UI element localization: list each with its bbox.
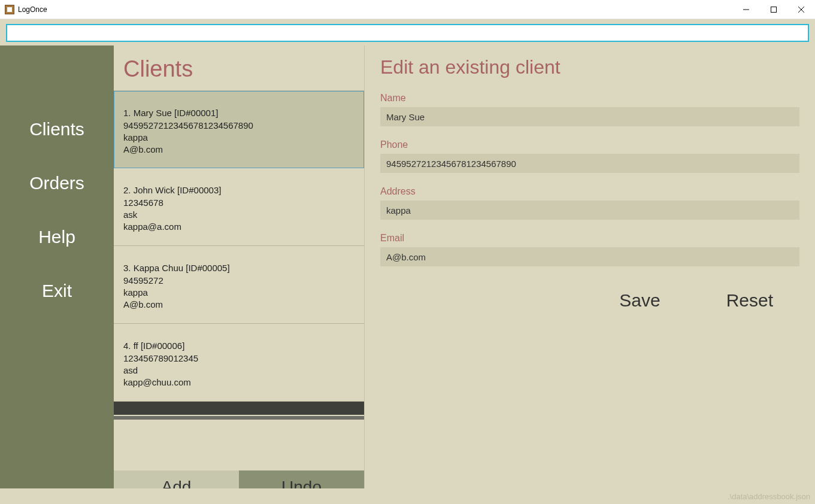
- svg-rect-1: [771, 7, 777, 12]
- client-card[interactable]: 2. John Wick [ID#00003]12345678askkappa@…: [114, 168, 364, 246]
- client-email: kappa@a.com: [123, 221, 355, 232]
- clients-list-container: 1. Mary Sue [ID#00001]945952721234567812…: [114, 90, 364, 470]
- sidebar: Clients Orders Help Exit: [0, 45, 114, 504]
- client-address: asd: [123, 365, 355, 375]
- searchbar-row: [0, 19, 815, 45]
- minimize-button[interactable]: [732, 0, 760, 19]
- client-name-line: 2. John Wick [ID#00003]: [123, 185, 355, 195]
- sidebar-item-help[interactable]: Help: [0, 210, 114, 264]
- client-card[interactable]: 1. Mary Sue [ID#00001]945952721234567812…: [114, 91, 364, 168]
- client-phone: 123456789012345: [123, 353, 355, 363]
- email-label: Email: [380, 233, 799, 244]
- client-phone: 9459527212345678123456789‌0: [123, 120, 355, 130]
- client-name-line: 1. Mary Sue [ID#00001]: [123, 108, 355, 118]
- clients-list-panel: Clients 1. Mary Sue [ID#00001]9459527212…: [114, 45, 364, 504]
- detail-panel: Edit an existing client Name Phone Addre…: [364, 45, 815, 504]
- name-input[interactable]: [380, 107, 799, 126]
- command-input[interactable]: [6, 24, 809, 42]
- client-phone: 94595272: [123, 275, 355, 286]
- client-email: kapp@chuu.com: [123, 377, 355, 387]
- name-label: Name: [380, 93, 799, 104]
- maximize-button[interactable]: [760, 0, 787, 19]
- sidebar-item-exit[interactable]: Exit: [0, 264, 114, 318]
- main-area: Clients Orders Help Exit Clients 1. Mary…: [0, 45, 815, 504]
- address-label: Address: [380, 186, 799, 197]
- maximize-icon: [771, 7, 777, 13]
- client-phone: 12345678: [123, 198, 355, 208]
- address-input[interactable]: [380, 201, 799, 220]
- statusbar-path: .\data\addressbook.json: [728, 492, 810, 501]
- save-button[interactable]: Save: [619, 290, 660, 311]
- clients-list: 1. Mary Sue [ID#00001]945952721234567812…: [114, 91, 364, 402]
- client-name-line: 4. ff [ID#00006]: [123, 341, 355, 351]
- sidebar-item-orders[interactable]: Orders: [0, 156, 114, 210]
- statusbar: .\data\addressbook.json: [0, 488, 815, 504]
- client-email: A@b.com: [123, 144, 355, 154]
- phone-input[interactable]: [380, 154, 799, 173]
- app-icon: [5, 5, 14, 14]
- phone-label: Phone: [380, 139, 799, 150]
- client-name-line: 3. Kappa Chuu [ID#00005]: [123, 263, 355, 273]
- close-button[interactable]: [787, 0, 815, 19]
- client-address: ask: [123, 210, 355, 220]
- close-icon: [798, 7, 804, 13]
- window-title: LogOnce: [18, 5, 47, 14]
- detail-title: Edit an existing client: [380, 56, 799, 78]
- client-card[interactable]: 3. Kappa Chuu [ID#00005]94595272kappaA@b…: [114, 246, 364, 324]
- detail-buttons: Save Reset: [380, 290, 799, 311]
- clients-list-title: Clients: [114, 45, 364, 90]
- client-address: kappa: [123, 287, 355, 297]
- email-input[interactable]: [380, 247, 799, 266]
- reset-button[interactable]: Reset: [726, 290, 773, 311]
- scrollbar-track-2[interactable]: [114, 415, 364, 421]
- window-titlebar: LogOnce: [0, 0, 815, 19]
- sidebar-item-clients[interactable]: Clients: [0, 102, 114, 156]
- client-email: A@b.com: [123, 299, 355, 309]
- client-card[interactable]: 4. ff [ID#00006]123456789012345asdkapp@c…: [114, 324, 364, 402]
- minimize-icon: [743, 7, 749, 13]
- scrollbar-track[interactable]: [114, 402, 364, 415]
- client-address: kappa: [123, 132, 355, 142]
